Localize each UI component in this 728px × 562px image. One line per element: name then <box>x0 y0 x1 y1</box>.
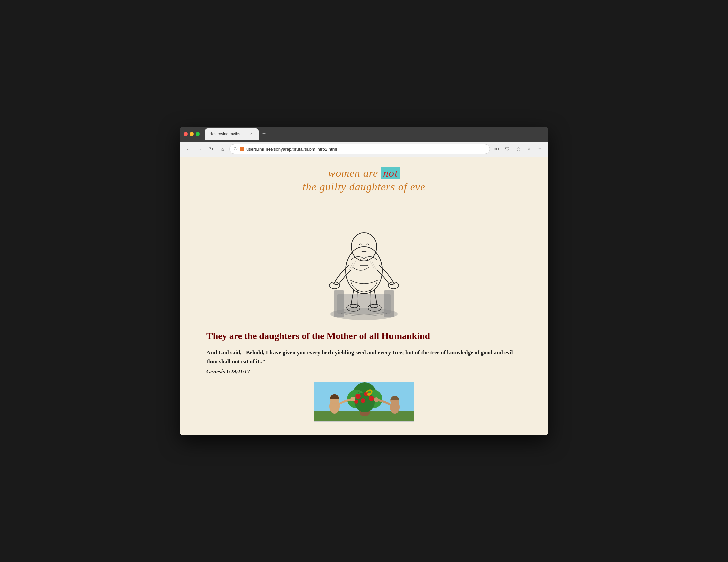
traffic-lights <box>184 132 200 136</box>
url-display: users.lmi.net/sonyarap/brutal/sr.bm.intr… <box>246 147 486 152</box>
menu-button[interactable]: ≡ <box>535 144 544 154</box>
edit-icon <box>240 147 244 151</box>
svg-rect-2 <box>337 294 391 314</box>
sub-heading: They are the daughters of the Mother of … <box>206 331 522 341</box>
active-tab[interactable]: destroying myths × <box>205 128 259 140</box>
quote-block: And God said, "Behold, I have given you … <box>206 348 522 375</box>
navigation-bar: ← → ↻ ⌂ 🛡 users.lmi.net/sonyarap/brutal/… <box>180 142 548 157</box>
pocket-icon[interactable]: 🛡 <box>503 144 512 154</box>
tab-close-button[interactable]: × <box>249 131 254 137</box>
refresh-button[interactable]: ↻ <box>206 144 216 154</box>
quote-text: And God said, "Behold, I have given you … <box>206 348 522 366</box>
back-button[interactable]: ← <box>184 144 193 154</box>
svg-rect-4 <box>384 290 394 317</box>
close-button[interactable] <box>184 132 188 136</box>
minimize-button[interactable] <box>190 132 194 136</box>
overflow-button[interactable]: » <box>524 144 534 154</box>
new-tab-button[interactable]: + <box>259 129 269 139</box>
svg-point-34 <box>374 397 379 402</box>
page-content: women are not the guilty daughters of ev… <box>180 157 548 435</box>
svg-point-23 <box>361 398 365 403</box>
svg-rect-3 <box>334 290 344 317</box>
svg-point-28 <box>367 393 371 396</box>
bookmark-button[interactable]: ☆ <box>513 144 523 154</box>
tabs-area: destroying myths × + <box>205 128 544 140</box>
url-domain: lmi.net <box>258 147 272 152</box>
title-bar: destroying myths × + <box>180 127 548 142</box>
address-bar[interactable]: 🛡 users.lmi.net/sonyarap/brutal/sr.bm.in… <box>229 144 490 154</box>
not-highlight: not <box>381 167 400 179</box>
security-icon: 🛡 <box>234 147 238 151</box>
bottom-illustration <box>314 382 414 422</box>
svg-point-22 <box>369 396 374 401</box>
maximize-button[interactable] <box>196 132 200 136</box>
home-button[interactable]: ⌂ <box>218 144 227 154</box>
quote-reference: Genesis I:29;II:17 <box>206 368 522 375</box>
forward-button[interactable]: → <box>195 144 204 154</box>
tab-title: destroying myths <box>210 132 246 136</box>
heading-line-2: the guilty daughters of eve <box>206 181 522 193</box>
browser-window: destroying myths × + ← → ↻ ⌂ 🛡 users.lmi… <box>180 127 548 435</box>
svg-point-31 <box>351 397 355 401</box>
heading-line-1: women are not <box>206 167 522 179</box>
nav-right-icons: ••• 🛡 ☆ » ≡ <box>492 144 544 154</box>
svg-point-20 <box>355 394 361 399</box>
main-figure-image <box>317 200 411 321</box>
more-button[interactable]: ••• <box>492 144 501 154</box>
